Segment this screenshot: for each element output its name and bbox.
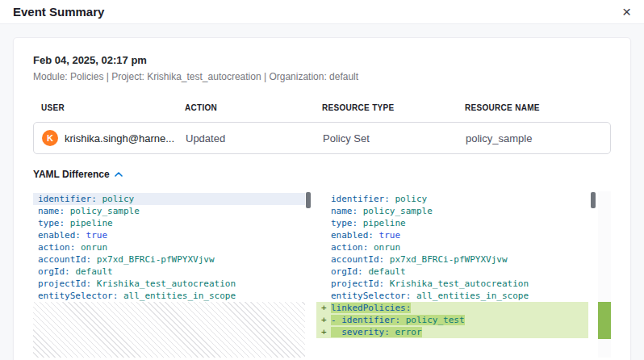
diff-right-code: identifier: policy name: policy_sample t… [316,193,588,338]
chevron-up-icon [115,172,123,177]
yaml-line: enabled: true [316,229,588,241]
diff-overview-ruler[interactable] [598,191,611,358]
yaml-line: accountId: px7xd_BFRCi-pfWPYXVjvw [33,253,305,266]
yaml-line: orgId: default [33,266,305,278]
yaml-line: action: onrun [316,241,588,253]
yaml-line: identifier: policy [316,193,588,205]
yaml-line: action: onrun [33,241,305,253]
yaml-line: accountId: px7xd_BFRCi-pfWPYXVjvw [316,253,588,266]
diff-line-marker [321,266,331,278]
yaml-line: projectId: Krishika_test_autocreation [316,278,588,290]
resource-name-cell: policy_sample [466,132,602,144]
avatar: K [42,130,58,146]
close-icon[interactable]: × [622,4,631,19]
user-email: krishika.singh@harne... [65,132,174,144]
user-cell: K krishika.singh@harne... [42,130,186,146]
left-scrollbar-thumb[interactable] [306,192,311,208]
dialog-header: Event Summary × [0,0,644,24]
yaml-line: entitySelector: all_entities_in_scope [316,290,588,302]
yaml-line: enabled: true [33,229,305,241]
diff-line-marker [321,290,331,302]
diff-line-marker: + [321,326,331,338]
yaml-line: identifier: policy [33,193,305,205]
event-meta: Module: Policies | Project: Krishika_tes… [33,71,611,82]
diff-left-pane: identifier: policyname: policy_sampletyp… [33,191,305,358]
page-title: Event Summary [13,5,104,19]
right-scrollbar-thumb[interactable] [591,192,596,208]
yaml-line: projectId: Krishika_test_autocreation [33,278,305,290]
yaml-line-added: +- identifier: policy_test [316,314,588,326]
column-header-user: USER [41,103,185,112]
action-cell: Updated [186,132,323,144]
diff-line-marker: + [321,302,331,314]
yaml-line: name: policy_sample [33,205,305,217]
diff-line-marker [321,253,331,266]
resource-type-cell: Policy Set [323,132,466,144]
yaml-line: orgId: default [316,266,588,278]
yaml-line: type: pipeline [316,217,588,229]
diff-line-marker [321,278,331,290]
diff-line-marker [321,229,331,241]
yaml-line-added: + severity: error [316,326,588,338]
yaml-line-added: +linkedPolicies: [316,302,588,314]
left-pane-scrollbar[interactable] [305,191,312,358]
column-header-resource-type: RESOURCE TYPE [322,103,465,112]
audit-table-header: USER ACTION RESOURCE TYPE RESOURCE NAME [33,103,611,112]
yaml-line: name: policy_sample [316,205,588,217]
right-pane-scrollbar[interactable] [590,191,596,358]
diff-empty-region [33,302,305,358]
added-lines-marker [598,302,611,339]
diff-line-marker [321,193,331,205]
yaml-difference-label: YAML Difference [33,169,110,180]
yaml-difference-toggle[interactable]: YAML Difference [33,169,123,180]
column-header-action: ACTION [185,103,322,112]
diff-line-marker: + [321,314,331,326]
diff-left-code: identifier: policyname: policy_sampletyp… [33,193,305,302]
event-timestamp: Feb 04, 2025, 02:17 pm [33,54,611,66]
column-header-resource-name: RESOURCE NAME [465,103,603,112]
diff-right-pane: identifier: policy name: policy_sample t… [316,191,588,358]
yaml-diff-viewer: identifier: policyname: policy_sampletyp… [33,191,611,358]
yaml-line: entitySelector: all_entities_in_scope [33,290,305,302]
diff-line-marker [321,241,331,253]
yaml-line: type: pipeline [33,217,305,229]
event-summary-card: Feb 04, 2025, 02:17 pm Module: Policies … [13,37,631,360]
diff-line-marker [321,205,331,217]
diff-line-marker [321,217,331,229]
table-row: K krishika.singh@harne... Updated Policy… [33,122,611,154]
